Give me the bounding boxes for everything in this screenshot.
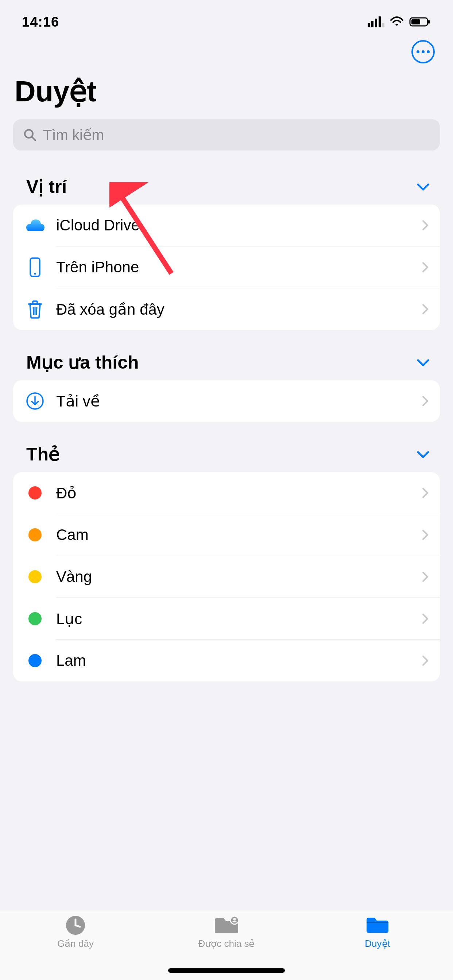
cellular-signal-icon — [368, 16, 384, 27]
chevron-down-icon — [416, 182, 430, 191]
section-header-favorites[interactable]: Mục ưa thích — [0, 345, 453, 380]
chevron-down-icon — [416, 358, 430, 367]
section-title-tags: Thẻ — [26, 444, 60, 465]
row-tag-green[interactable]: Lục — [13, 598, 440, 640]
wifi-icon — [389, 16, 404, 27]
shared-folder-icon — [214, 915, 239, 936]
row-downloads[interactable]: Tải về — [13, 380, 440, 422]
tab-label: Được chia sẻ — [198, 938, 255, 950]
tab-label: Duyệt — [365, 938, 390, 950]
tag-color-icon — [24, 566, 46, 588]
tag-color-icon — [24, 524, 46, 546]
row-tag-orange[interactable]: Cam — [13, 514, 440, 555]
row-label: Lục — [56, 610, 422, 628]
page-title: Duyệt — [0, 71, 453, 119]
row-tag-red[interactable]: Đỏ — [13, 472, 440, 514]
chevron-right-icon — [422, 571, 429, 582]
tab-bar: Gần đây Được chia sẻ Duyệt — [0, 910, 453, 980]
svg-line-8 — [33, 307, 33, 315]
svg-rect-1 — [412, 19, 420, 24]
section-tags: Thẻ Đỏ Cam Vàng — [0, 436, 453, 681]
section-header-tags[interactable]: Thẻ — [0, 436, 453, 472]
trash-icon — [24, 298, 46, 320]
chevron-right-icon — [422, 395, 429, 407]
row-label: Đã xóa gần đây — [56, 301, 422, 318]
chevron-right-icon — [422, 261, 429, 273]
status-indicators — [368, 16, 431, 27]
tab-shared[interactable]: Được chia sẻ — [151, 915, 302, 950]
row-recently-deleted[interactable]: Đã xóa gần đây — [13, 288, 440, 330]
row-label: Đỏ — [56, 484, 422, 502]
search-icon — [23, 128, 37, 142]
row-icloud-drive[interactable]: iCloud Drive — [13, 205, 440, 246]
row-label: iCloud Drive — [56, 216, 422, 234]
tab-label: Gần đây — [57, 938, 94, 950]
section-title-locations: Vị trí — [26, 176, 67, 197]
row-tag-yellow[interactable]: Vàng — [13, 556, 440, 598]
tag-color-icon — [24, 608, 46, 630]
row-tag-blue[interactable]: Lam — [13, 640, 440, 681]
section-title-favorites: Mục ưa thích — [26, 352, 139, 373]
chevron-down-icon — [416, 450, 430, 459]
section-locations: Vị trí iCloud Drive — [0, 169, 453, 330]
tag-color-icon — [24, 482, 46, 504]
row-label: Cam — [56, 526, 422, 544]
svg-rect-2 — [428, 20, 430, 24]
folder-icon — [365, 915, 390, 936]
iphone-icon — [24, 256, 46, 278]
row-on-iphone[interactable]: Trên iPhone — [13, 247, 440, 288]
home-indicator[interactable] — [168, 968, 285, 973]
download-icon — [24, 390, 46, 412]
search-placeholder: Tìm kiếm — [43, 127, 104, 143]
status-bar: 14:16 — [0, 0, 453, 37]
search-input[interactable]: Tìm kiếm — [13, 119, 440, 151]
chevron-right-icon — [422, 655, 429, 667]
more-options-button[interactable] — [412, 40, 435, 64]
clock-icon — [65, 915, 86, 936]
chevron-right-icon — [422, 220, 429, 231]
tab-browse[interactable]: Duyệt — [302, 915, 453, 950]
svg-point-18 — [233, 918, 236, 921]
section-header-locations[interactable]: Vị trí — [0, 169, 453, 205]
section-favorites: Mục ưa thích Tải về — [0, 345, 453, 422]
row-label: Trên iPhone — [56, 258, 422, 276]
chevron-right-icon — [422, 529, 429, 541]
chevron-right-icon — [422, 303, 429, 315]
status-time: 14:16 — [22, 14, 59, 30]
row-label: Tải về — [56, 392, 422, 410]
top-actions — [0, 37, 453, 71]
svg-point-6 — [34, 273, 36, 275]
row-label: Vàng — [56, 568, 422, 585]
row-label: Lam — [56, 652, 422, 670]
tag-color-icon — [24, 650, 46, 671]
svg-rect-19 — [367, 922, 388, 923]
svg-line-4 — [32, 137, 35, 140]
chevron-right-icon — [422, 613, 429, 625]
svg-line-10 — [37, 307, 37, 315]
cloud-icon — [24, 215, 46, 236]
battery-icon — [409, 16, 431, 27]
tab-recents[interactable]: Gần đây — [0, 915, 151, 950]
chevron-right-icon — [422, 487, 429, 499]
